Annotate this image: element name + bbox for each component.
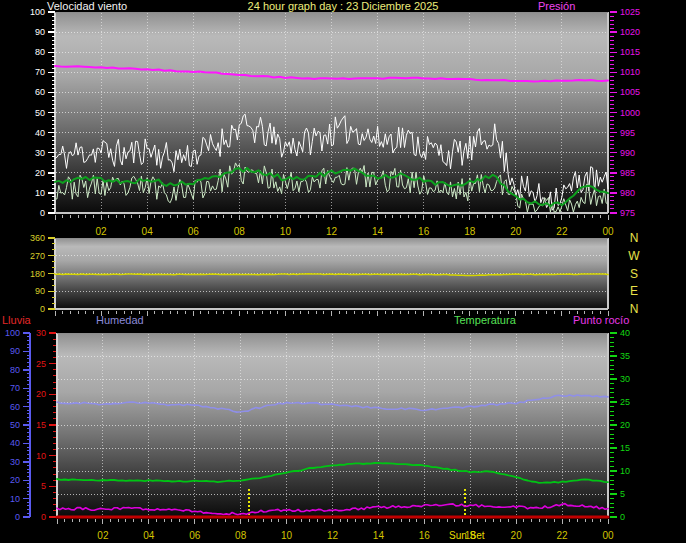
wind-tick-label: 60 bbox=[35, 87, 45, 97]
hour-label: 04 bbox=[142, 226, 154, 237]
wind-tick-label: 80 bbox=[35, 47, 45, 57]
humidity-tick-label: 100 bbox=[5, 328, 20, 338]
hour-label: 12 bbox=[327, 530, 339, 541]
hour-label: 16 bbox=[419, 530, 431, 541]
temperature-tick-label: 10 bbox=[620, 466, 630, 476]
humidity-tick-label: 10 bbox=[10, 494, 20, 504]
hour-label: 04 bbox=[143, 530, 155, 541]
rain-tick-label: 0 bbox=[41, 512, 46, 522]
hour-label: 02 bbox=[96, 226, 108, 237]
rain-tick-label: 20 bbox=[36, 389, 46, 399]
wind-tick-label: 70 bbox=[35, 67, 45, 77]
wind-tick-label: 100 bbox=[30, 7, 45, 17]
temperature-tick-label: 0 bbox=[620, 512, 625, 522]
rain-tick-label: 25 bbox=[36, 359, 46, 369]
wind-tick-label: 20 bbox=[35, 168, 45, 178]
compass-label: N bbox=[630, 231, 639, 245]
hour-label: 22 bbox=[557, 530, 569, 541]
temperature-tick-label: 30 bbox=[620, 374, 630, 384]
hour-label: 02 bbox=[97, 530, 109, 541]
pressure-tick-label: 1015 bbox=[620, 47, 640, 57]
humidity-tick-label: 0 bbox=[15, 512, 20, 522]
temperature-tick-label: 20 bbox=[620, 420, 630, 430]
hour-label: 08 bbox=[234, 226, 246, 237]
pressure-tick-label: 1010 bbox=[620, 67, 640, 77]
wind-tick-label: 90 bbox=[35, 27, 45, 37]
rain-tick-label: 5 bbox=[41, 481, 46, 491]
temperature-tick-label: 15 bbox=[620, 443, 630, 453]
pressure-tick-label: 1000 bbox=[620, 108, 640, 118]
rain-tick-label: 30 bbox=[36, 328, 46, 338]
pressure-tick-label: 980 bbox=[620, 188, 635, 198]
humidity-tick-label: 30 bbox=[10, 457, 20, 467]
wind-tick-label: 30 bbox=[35, 148, 45, 158]
wind-tick-label: 40 bbox=[35, 128, 45, 138]
temperature-tick-label: 40 bbox=[620, 328, 630, 338]
hour-label: 06 bbox=[189, 530, 201, 541]
pressure-tick-label: 1020 bbox=[620, 27, 640, 37]
hour-label: 06 bbox=[188, 226, 200, 237]
compass-label: W bbox=[628, 249, 640, 263]
hour-label: 20 bbox=[510, 226, 522, 237]
humidity-tick-label: 50 bbox=[10, 420, 20, 430]
hour-label: 10 bbox=[281, 530, 293, 541]
hour-label: 16 bbox=[418, 226, 430, 237]
hour-label: 14 bbox=[372, 226, 384, 237]
direction-tick-label: 360 bbox=[30, 233, 45, 243]
compass-label: N bbox=[630, 302, 639, 316]
hour-label: 08 bbox=[235, 530, 247, 541]
sunset-label: Sun Set bbox=[449, 530, 485, 541]
wind-tick-label: 50 bbox=[35, 108, 45, 118]
weather-graphs-chart: 1009080706050403020100102510201015101010… bbox=[0, 0, 686, 543]
direction-tick-label: 180 bbox=[30, 269, 45, 279]
temperature-tick-label: 5 bbox=[620, 489, 625, 499]
hour-label: 18 bbox=[464, 226, 476, 237]
pressure-tick-label: 975 bbox=[620, 208, 635, 218]
direction-tick-label: 270 bbox=[30, 251, 45, 261]
weather-graph-window: Velocidad viento 24 hour graph day : 23 … bbox=[0, 0, 686, 543]
rain-tick-label: 15 bbox=[36, 420, 46, 430]
pressure-tick-label: 990 bbox=[620, 148, 635, 158]
pressure-tick-label: 985 bbox=[620, 168, 635, 178]
pressure-tick-label: 995 bbox=[620, 128, 635, 138]
hour-label: 12 bbox=[326, 226, 338, 237]
direction-tick-label: 90 bbox=[35, 286, 45, 296]
compass-label: S bbox=[630, 267, 638, 281]
direction-tick-label: 0 bbox=[40, 304, 45, 314]
hour-label: 00 bbox=[602, 226, 614, 237]
wind-tick-label: 0 bbox=[40, 208, 45, 218]
humidity-tick-label: 60 bbox=[10, 402, 20, 412]
rain-tick-label: 10 bbox=[36, 451, 46, 461]
temperature-tick-label: 35 bbox=[620, 351, 630, 361]
compass-label: E bbox=[630, 284, 638, 298]
pressure-tick-label: 1005 bbox=[620, 87, 640, 97]
humidity-tick-label: 70 bbox=[10, 383, 20, 393]
hour-label: 20 bbox=[511, 530, 523, 541]
humidity-tick-label: 80 bbox=[10, 365, 20, 375]
humidity-tick-label: 40 bbox=[10, 438, 20, 448]
humidity-tick-label: 90 bbox=[10, 346, 20, 356]
temperature-tick-label: 25 bbox=[620, 397, 630, 407]
wind-tick-label: 10 bbox=[35, 188, 45, 198]
hour-label: 10 bbox=[280, 226, 292, 237]
hour-label: 14 bbox=[373, 530, 385, 541]
hour-label: 00 bbox=[602, 530, 614, 541]
hour-label: 22 bbox=[556, 226, 568, 237]
pressure-tick-label: 1025 bbox=[620, 7, 640, 17]
humidity-tick-label: 20 bbox=[10, 475, 20, 485]
